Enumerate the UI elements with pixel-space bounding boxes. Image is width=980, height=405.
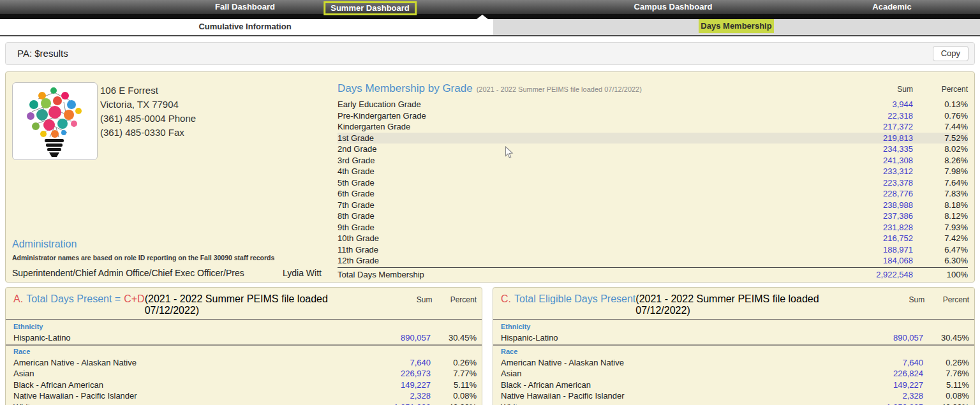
percent-value: 7.52%	[913, 133, 968, 143]
subtab-days-membership[interactable]: Days Membership	[699, 19, 774, 33]
percent-value: 7.76%	[923, 369, 969, 378]
pa-results-label: PA: $results	[17, 43, 68, 64]
grade-row[interactable]: 7th Grade238,9888.18%	[338, 200, 968, 211]
percent-value: 30.45%	[923, 333, 969, 342]
address-line: 106 E Forrest	[100, 84, 196, 98]
sum-link[interactable]: 22,318	[856, 111, 913, 121]
sum-link[interactable]: 231,828	[856, 223, 913, 232]
grade-label: Pre-Kindergarten Grade	[338, 111, 856, 121]
sum-link[interactable]: 2,328	[373, 391, 431, 401]
percent-value: 8.26%	[913, 156, 968, 165]
sum-link[interactable]: 184,068	[856, 256, 913, 265]
total-sum-link[interactable]: 2,922,548	[856, 270, 913, 279]
tab-academic[interactable]: Academic	[872, 0, 911, 13]
percent-value: 7.83%	[913, 189, 968, 198]
district-logo	[12, 82, 98, 160]
sum-link[interactable]: 217,372	[856, 122, 913, 131]
panel-a-prefix: A.	[13, 293, 23, 305]
grade-row[interactable]: 9th Grade231,8287.93%	[338, 222, 968, 233]
demographic-row[interactable]: American Native - Alaskan Native7,6400.2…	[501, 357, 969, 369]
sum-link[interactable]: 1,351,002	[373, 402, 431, 405]
percent-value: 5.11%	[923, 380, 969, 390]
district-summary-panel: 106 E ForrestVictoria, TX 77904(361) 485…	[5, 71, 975, 283]
sum-link[interactable]: 223,378	[856, 178, 913, 188]
demographic-label: Asian	[501, 369, 866, 378]
grade-row[interactable]: 8th Grade237,3868.12%	[338, 210, 968, 222]
sum-link[interactable]: 234,335	[856, 144, 913, 154]
grade-row[interactable]: 12th Grade184,0686.30%	[338, 255, 968, 267]
sum-link[interactable]: 216,752	[856, 233, 913, 243]
sum-link[interactable]: 233,312	[856, 166, 913, 176]
grade-row[interactable]: Pre-Kindergarten Grade22,3180.76%	[338, 110, 968, 122]
table-header: Days Membership by Grade (2021 - 2022 Su…	[338, 82, 968, 98]
grade-label: 6th Grade	[338, 189, 856, 198]
panel-a-formula: C+D	[124, 293, 144, 305]
grade-row[interactable]: 5th Grade223,3787.64%	[338, 177, 968, 189]
grade-label: 12th Grade	[338, 256, 856, 265]
demographic-row[interactable]: Asian226,8247.76%	[501, 368, 969, 379]
demographic-label: Asian	[13, 369, 373, 378]
copy-button[interactable]: Copy	[933, 46, 969, 61]
grade-row[interactable]: Kindergarten Grade217,3727.44%	[338, 121, 968, 133]
demographic-row[interactable]: Black - African American149,2275.11%	[501, 379, 969, 391]
panel-a-rows: EthnicityHispanic-Latino890,05730.45%Rac…	[6, 320, 482, 405]
demographic-row[interactable]: White1,350,83546.22%	[501, 402, 969, 405]
percent-value: 7.64%	[913, 178, 968, 188]
demographic-row[interactable]: Native Hawaiian - Pacific Islander2,3280…	[501, 390, 969, 402]
percent-value: 30.45%	[431, 333, 477, 342]
panel-c-header: C. Total Eligible Days Present (2021 - 2…	[493, 288, 974, 316]
grade-row[interactable]: 1st Grade219,8137.52%	[338, 133, 968, 144]
total-label: Total Days Membership	[338, 270, 856, 279]
demographic-row[interactable]: Hispanic-Latino890,05730.45%	[501, 332, 969, 344]
sum-link[interactable]: 2,328	[866, 391, 923, 401]
percent-value: 0.26%	[431, 358, 477, 367]
administration-section: Administration Administrator names are b…	[12, 239, 331, 278]
sum-link[interactable]: 3,944	[856, 99, 913, 109]
demographic-row[interactable]: White1,351,00246.23%	[13, 402, 477, 405]
sum-link[interactable]: 1,350,835	[866, 402, 923, 405]
grade-row[interactable]: 2nd Grade234,3358.02%	[338, 144, 968, 155]
tab-fall-dashboard[interactable]: Fall Dashboard	[215, 0, 275, 13]
grade-label: 2nd Grade	[338, 144, 856, 154]
total-eligible-days-present-panel: C. Total Eligible Days Present (2021 - 2…	[493, 287, 975, 405]
tab-campus-dashboard[interactable]: Campus Dashboard	[634, 0, 713, 13]
sum-link[interactable]: 149,227	[373, 380, 431, 390]
sum-link[interactable]: 149,227	[866, 380, 923, 390]
demographic-label: Black - African American	[13, 380, 373, 390]
sum-link[interactable]: 188,971	[856, 245, 913, 254]
grade-row[interactable]: 4th Grade233,3127.98%	[338, 166, 968, 177]
sum-link[interactable]: 226,973	[373, 369, 431, 378]
demographic-row[interactable]: American Native - Alaskan Native7,6400.2…	[13, 357, 477, 369]
demographic-label: American Native - Alaskan Native	[501, 358, 866, 367]
demographic-row[interactable]: Black - African American149,2275.11%	[13, 379, 477, 391]
sum-link[interactable]: 241,308	[856, 156, 913, 165]
demographic-row[interactable]: Hispanic-Latino890,05730.45%	[13, 332, 477, 344]
demographic-row[interactable]: Native Hawaiian - Pacific Islander2,3280…	[13, 390, 477, 402]
sum-link[interactable]: 228,776	[856, 189, 913, 198]
sum-link[interactable]: 890,057	[866, 333, 923, 342]
address-line: Victoria, TX 77904	[100, 98, 196, 112]
sum-link[interactable]: 226,824	[866, 369, 923, 378]
sum-link[interactable]: 7,640	[866, 358, 923, 367]
demographic-row[interactable]: Asian226,9737.77%	[13, 368, 477, 379]
tab-summer-dashboard[interactable]: Summer Dashboard	[323, 1, 417, 15]
subtab-cumulative-information[interactable]: Cumulative Information	[198, 19, 291, 34]
grade-row[interactable]: Early Education Grade3,9440.13%	[338, 99, 968, 110]
grade-row[interactable]: 10th Grade216,7527.42%	[338, 233, 968, 244]
sum-link[interactable]: 7,640	[373, 358, 431, 367]
grade-rows: Early Education Grade3,9440.13%Pre-Kinde…	[338, 99, 968, 267]
sum-link[interactable]: 890,057	[373, 333, 431, 342]
percent-value: 7.42%	[913, 233, 968, 243]
demographic-label: White	[13, 402, 373, 405]
grade-row[interactable]: 3rd Grade241,3088.26%	[338, 155, 968, 166]
grade-row[interactable]: 6th Grade228,7767.83%	[338, 188, 968, 200]
grade-label: 11th Grade	[338, 245, 856, 254]
demographic-label: American Native - Alaskan Native	[13, 358, 373, 367]
sum-link[interactable]: 238,988	[856, 200, 913, 210]
grade-row[interactable]: 11th Grade188,9716.47%	[338, 244, 968, 256]
percent-value: 6.47%	[913, 245, 968, 254]
sum-link[interactable]: 237,386	[856, 211, 913, 221]
sum-link[interactable]: 219,813	[856, 133, 913, 143]
column-header-sum: Sum	[856, 85, 913, 94]
demographic-label: White	[501, 402, 866, 405]
